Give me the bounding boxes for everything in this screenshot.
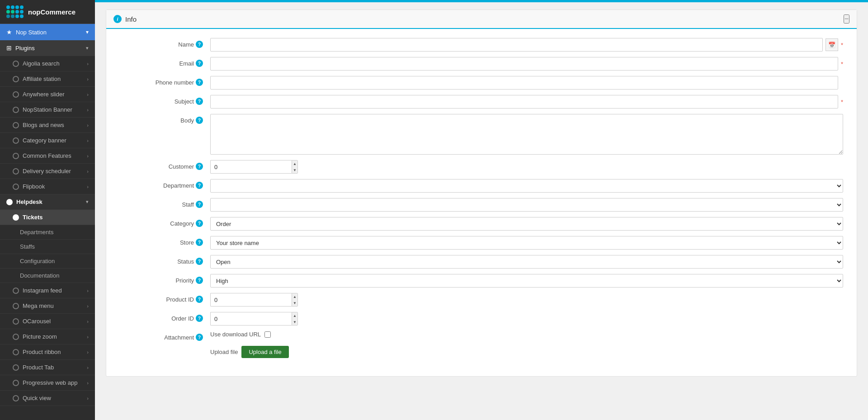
body-label-text: Body: [180, 117, 194, 124]
chevron-right-icon: ›: [87, 169, 89, 174]
sidebar-item-affiliate-station[interactable]: Affiliate station ›: [0, 71, 95, 87]
body-help-icon[interactable]: ?: [196, 117, 203, 124]
product-id-help-icon[interactable]: ?: [196, 296, 203, 303]
circle-icon: [13, 153, 19, 159]
upload-file-button[interactable]: Upload a file: [241, 346, 288, 358]
staff-help-icon[interactable]: ?: [196, 201, 203, 208]
sidebar-label: Departments: [20, 229, 53, 236]
use-download-url-checkbox[interactable]: [264, 331, 271, 338]
priority-select[interactable]: High Medium Low: [210, 274, 843, 288]
category-help-icon[interactable]: ?: [196, 220, 203, 227]
sidebar-item-nopstation-banner[interactable]: NopStation Banner ›: [0, 102, 95, 118]
sidebar-item-flipbook[interactable]: Flipbook ›: [0, 179, 95, 194]
sidebar-item-ocarousel[interactable]: OCarousel ›: [0, 314, 95, 329]
department-select[interactable]: [210, 179, 843, 193]
body-textarea[interactable]: [210, 114, 843, 155]
store-row: Store ? Your store name: [120, 236, 843, 250]
store-select[interactable]: Your store name: [210, 236, 843, 250]
order-id-spinner-up[interactable]: ▲: [292, 312, 297, 319]
attachment-help-icon[interactable]: ?: [196, 334, 203, 341]
sidebar-item-delivery-scheduler[interactable]: Delivery scheduler ›: [0, 164, 95, 179]
sidebar-item-configuration[interactable]: Configuration: [0, 254, 95, 269]
status-label: Status ?: [120, 255, 210, 265]
attachment-row: Attachment ? Use download URL Upload fil…: [120, 331, 843, 362]
staff-select[interactable]: [210, 198, 843, 212]
circle-icon: [13, 91, 19, 98]
chevron-right-icon: ›: [87, 123, 89, 128]
required-star: *: [841, 61, 843, 67]
sidebar-label: Product Tab: [23, 364, 54, 371]
category-field-wrap: Order General Technical Billing: [210, 217, 843, 231]
customer-spinner-down[interactable]: ▼: [292, 167, 297, 173]
sidebar-item-helpdesk[interactable]: Helpdesk ▾: [0, 194, 95, 210]
circle-icon: [13, 303, 19, 309]
attachment-label: Attachment ?: [120, 331, 210, 341]
sidebar-item-plugins[interactable]: ⊞ Plugins ▾: [0, 40, 95, 56]
sidebar-item-blogs-and-news[interactable]: Blogs and news ›: [0, 118, 95, 133]
sidebar-label: Blogs and news: [23, 122, 64, 128]
order-id-input[interactable]: [210, 312, 292, 326]
sidebar-item-category-banner[interactable]: Category banner ›: [0, 133, 95, 148]
calendar-button[interactable]: 📅: [826, 38, 838, 51]
sidebar-item-common-features[interactable]: Common Features ›: [0, 148, 95, 164]
minimize-button[interactable]: −: [844, 14, 849, 24]
sidebar-item-tickets[interactable]: Tickets: [0, 210, 95, 225]
circle-icon: [13, 107, 19, 113]
body-label: Body ?: [120, 114, 210, 124]
chevron-right-icon: ›: [87, 61, 89, 66]
status-label-text: Status: [177, 258, 194, 265]
sidebar-item-picture-zoom[interactable]: Picture zoom ›: [0, 329, 95, 344]
sidebar-label: Mega menu: [23, 302, 54, 309]
sidebar-label: Picture zoom: [23, 333, 57, 340]
product-id-spinner-down[interactable]: ▼: [292, 300, 297, 306]
customer-help-icon[interactable]: ?: [196, 163, 203, 170]
sidebar-item-documentation[interactable]: Documentation: [0, 269, 95, 283]
status-select[interactable]: Open Closed Pending: [210, 255, 843, 269]
sidebar-item-algolia-search[interactable]: Algolia search ›: [0, 56, 95, 71]
sidebar-item-anywhere-slider[interactable]: Anywhere slider ›: [0, 87, 95, 102]
sidebar-item-quick-view[interactable]: Quick view ›: [0, 391, 95, 406]
priority-help-icon[interactable]: ?: [196, 277, 203, 284]
phone-label: Phone number ?: [120, 76, 210, 86]
customer-input[interactable]: [210, 160, 292, 174]
staff-row: Staff ?: [120, 198, 843, 212]
sidebar-item-nop-station[interactable]: ★ Nop Station ▾: [0, 24, 95, 40]
sidebar-item-product-tab[interactable]: Product Tab ›: [0, 360, 95, 375]
customer-spinner: ▲ ▼: [292, 160, 298, 174]
order-id-help-icon[interactable]: ?: [196, 315, 203, 322]
subject-input[interactable]: [210, 95, 838, 109]
attachment-label-text: Attachment: [164, 334, 194, 341]
name-help-icon[interactable]: ?: [196, 41, 203, 48]
product-id-input[interactable]: [210, 293, 292, 307]
email-help-icon[interactable]: ?: [196, 60, 203, 67]
sidebar-item-instagram-feed[interactable]: Instagram feed ›: [0, 283, 95, 298]
subject-help-icon[interactable]: ?: [196, 98, 203, 105]
upload-file-row: Upload file Upload a file: [210, 346, 289, 358]
logo-area: nopCommerce: [0, 0, 95, 24]
sidebar-item-departments[interactable]: Departments: [0, 225, 95, 240]
department-help-icon[interactable]: ?: [196, 182, 203, 189]
store-help-icon[interactable]: ?: [196, 239, 203, 246]
sidebar-item-product-ribbon[interactable]: Product ribbon ›: [0, 344, 95, 360]
category-select[interactable]: Order General Technical Billing: [210, 217, 843, 231]
attachment-field-wrap: Use download URL Upload file Upload a fi…: [210, 331, 843, 362]
sidebar-item-staffs[interactable]: Staffs: [0, 240, 95, 254]
circle-icon: [13, 184, 19, 190]
email-label: Email ?: [120, 57, 210, 67]
circle-icon: [13, 168, 19, 175]
sidebar-item-mega-menu[interactable]: Mega menu ›: [0, 298, 95, 314]
circle-icon: [13, 137, 19, 144]
sidebar-item-progressive-web-app[interactable]: Progressive web app ›: [0, 375, 95, 391]
order-id-spinner-down[interactable]: ▼: [292, 319, 297, 325]
customer-spinner-up[interactable]: ▲: [292, 160, 297, 167]
phone-input[interactable]: [210, 76, 838, 90]
product-id-spinner-up[interactable]: ▲: [292, 293, 297, 300]
name-input[interactable]: [210, 38, 823, 52]
category-label: Category ?: [120, 217, 210, 227]
sidebar-label: Category banner: [23, 137, 66, 144]
use-download-url-label: Use download URL: [210, 331, 261, 338]
phone-help-icon[interactable]: ?: [196, 79, 203, 86]
email-input[interactable]: [210, 57, 838, 71]
status-help-icon[interactable]: ?: [196, 258, 203, 265]
chevron-down-icon: ▾: [86, 199, 89, 205]
